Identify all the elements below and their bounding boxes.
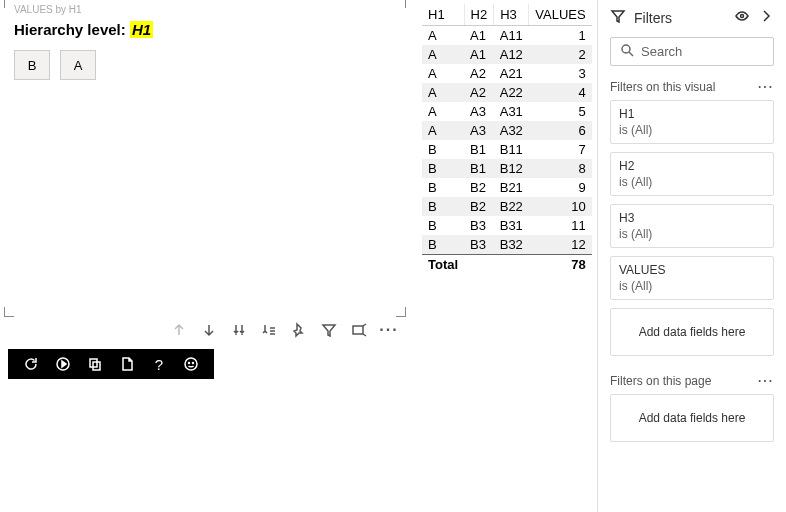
table-row[interactable]: AA2A213	[422, 64, 592, 83]
hierarchy-label: Hierarchy level: H1	[6, 17, 404, 50]
filters-pane: Filters Search Filters on this visual ··…	[597, 0, 786, 512]
focus-mode-icon[interactable]	[350, 321, 368, 339]
visual-toolbar: ···	[0, 315, 414, 345]
collapse-icon[interactable]	[758, 8, 774, 27]
svg-point-7	[741, 15, 744, 18]
hierarchy-value: H1	[130, 21, 153, 38]
section-more-icon[interactable]: ···	[758, 80, 774, 94]
help-icon[interactable]: ?	[150, 355, 168, 373]
table-row[interactable]: AA1A111	[422, 26, 592, 46]
filter-card[interactable]: H1is (All)	[610, 100, 774, 144]
action-bar: ?	[8, 349, 214, 379]
table-row[interactable]: BB2B2210	[422, 197, 592, 216]
svg-point-4	[185, 358, 197, 370]
table-row[interactable]: BB1B128	[422, 159, 592, 178]
section-page-title: Filters on this page	[610, 374, 711, 388]
copy-icon[interactable]	[86, 355, 104, 373]
table-header-row: H1 H2 H3 VALUES	[422, 4, 592, 26]
table-row[interactable]: BB3B3111	[422, 216, 592, 235]
table-row[interactable]: BB1B117	[422, 140, 592, 159]
filters-title: Filters	[634, 10, 672, 26]
add-fields-visual[interactable]: Add data fields here	[610, 308, 774, 356]
add-fields-page[interactable]: Add data fields here	[610, 394, 774, 442]
col-values[interactable]: VALUES	[529, 4, 592, 26]
filters-search[interactable]: Search	[610, 37, 774, 66]
table-row[interactable]: AA3A326	[422, 121, 592, 140]
section-page-more-icon[interactable]: ···	[758, 374, 774, 388]
section-visual-title: Filters on this visual	[610, 80, 715, 94]
svg-point-6	[193, 363, 194, 364]
svg-point-5	[189, 363, 190, 364]
filter-card[interactable]: H2is (All)	[610, 152, 774, 196]
svg-point-8	[622, 45, 630, 53]
button-b[interactable]: B	[14, 50, 50, 80]
more-options-icon[interactable]: ···	[380, 321, 398, 339]
data-table[interactable]: H1 H2 H3 VALUES AA1A111AA1A122AA2A213AA2…	[422, 4, 592, 274]
col-h1[interactable]: H1	[422, 4, 464, 26]
search-icon	[619, 42, 635, 61]
drill-up-icon[interactable]	[170, 321, 188, 339]
refresh-icon[interactable]	[22, 355, 40, 373]
table-row[interactable]: AA2A224	[422, 83, 592, 102]
col-h2[interactable]: H2	[464, 4, 494, 26]
button-a[interactable]: A	[60, 50, 96, 80]
new-doc-icon[interactable]	[118, 355, 136, 373]
filter-icon[interactable]	[320, 321, 338, 339]
play-icon[interactable]	[54, 355, 72, 373]
expand-down-icon[interactable]	[230, 321, 248, 339]
filter-card[interactable]: VALUESis (All)	[610, 256, 774, 300]
drill-down-icon[interactable]	[200, 321, 218, 339]
table-row[interactable]: AA3A315	[422, 102, 592, 121]
pin-icon[interactable]	[290, 321, 308, 339]
table-row[interactable]: BB3B3212	[422, 235, 592, 255]
eye-icon[interactable]	[734, 8, 750, 27]
feedback-icon[interactable]	[182, 355, 200, 373]
table-total-row: Total78	[422, 255, 592, 275]
filter-card[interactable]: H3is (All)	[610, 204, 774, 248]
visual-title: VALUES by H1	[6, 0, 404, 17]
col-h3[interactable]: H3	[494, 4, 529, 26]
table-row[interactable]: AA1A122	[422, 45, 592, 64]
visual-frame[interactable]: VALUES by H1 Hierarchy level: H1 B A	[6, 0, 404, 315]
svg-rect-0	[353, 326, 363, 334]
table-row[interactable]: BB2B219	[422, 178, 592, 197]
expand-all-icon[interactable]	[260, 321, 278, 339]
filters-icon	[610, 8, 626, 27]
